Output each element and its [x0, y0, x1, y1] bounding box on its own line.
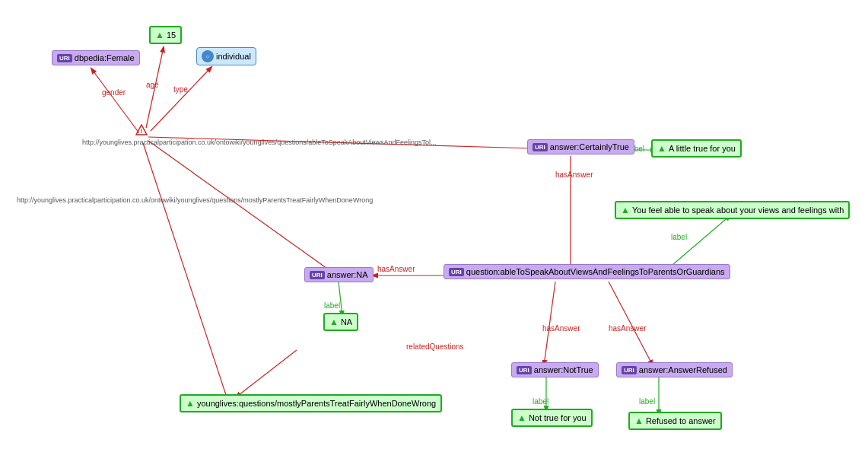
- circle-badge: ○: [202, 50, 214, 62]
- node-you-feel[interactable]: ▲ You feel able to speak about your view…: [615, 201, 850, 219]
- edge-label-hasAnswer4: hasAnswer: [609, 324, 646, 333]
- node-na-label[interactable]: ▲ NA: [323, 313, 358, 331]
- edge-label-hasAnswer1: hasAnswer: [555, 170, 593, 179]
- uri-badge: URI: [57, 54, 72, 62]
- edge-label-relatedQuestions: relatedQuestions: [406, 342, 464, 351]
- node-label: individual: [216, 52, 251, 61]
- triangle-icon: ▲: [657, 143, 666, 154]
- node-mostly-parents[interactable]: ▲ younglives:questions/mostlyParentsTrea…: [180, 394, 442, 412]
- uri-badge: URI: [449, 268, 464, 276]
- edge-label-gender: gender: [102, 88, 126, 97]
- url-label-1: http://younglives.practicalparticipation…: [82, 139, 437, 146]
- triangle-icon: ▲: [329, 317, 339, 327]
- edge-label-type: type: [173, 85, 188, 94]
- node-label: dbpedia:Female: [75, 53, 135, 62]
- edge-label-label5: label: [639, 397, 655, 406]
- node-label: answer:NA: [327, 270, 368, 279]
- node-dbpedia-female[interactable]: URI dbpedia:Female: [52, 50, 140, 65]
- triangle-icon: ▲: [621, 205, 630, 215]
- node-refused-label[interactable]: ▲ Refused to answer: [628, 412, 722, 430]
- svg-marker-16: [136, 125, 147, 135]
- edge-label-label3: label: [324, 301, 340, 310]
- node-label: NA: [341, 317, 352, 326]
- svg-text:I: I: [141, 127, 143, 135]
- triangle-icon: ▲: [186, 398, 195, 409]
- node-label: answer:AnswerRefused: [639, 365, 727, 374]
- edge-label-hasAnswer2: hasAnswer: [377, 265, 415, 273]
- uri-badge: URI: [310, 271, 325, 279]
- node-answer-not-true[interactable]: URI answer:NotTrue: [511, 362, 599, 377]
- svg-line-12: [609, 282, 653, 365]
- svg-line-11: [544, 282, 555, 365]
- node-label: answer:CertainlyTrue: [550, 142, 629, 151]
- node-label: answer:NotTrue: [534, 365, 593, 374]
- svg-line-15: [236, 350, 297, 397]
- node-label: Refused to answer: [646, 416, 716, 425]
- node-label: Not true for you: [529, 413, 587, 422]
- node-question-able-to-speak[interactable]: URI question:ableToSpeakAboutViewsAndFee…: [444, 264, 730, 279]
- svg-line-5: [143, 143, 228, 402]
- node-label: You feel able to speak about your views …: [632, 205, 844, 215]
- url-label-2: http://younglives.practicalparticipation…: [17, 196, 373, 204]
- svg-line-4: [148, 141, 335, 274]
- node-answer-refused[interactable]: URI answer:AnswerRefused: [616, 362, 733, 377]
- edge-label-hasAnswer3: hasAnswer: [542, 324, 580, 333]
- svg-line-1: [146, 47, 164, 128]
- svg-line-10: [339, 282, 342, 316]
- node-individual[interactable]: ○ individual: [196, 47, 256, 65]
- node-label: A little true for you: [669, 144, 736, 153]
- node-label: question:ableToSpeakAboutViewsAndFeeling…: [466, 267, 725, 276]
- node-answer-certainly-true[interactable]: URI answer:CertainlyTrue: [527, 139, 634, 154]
- uri-badge: URI: [622, 366, 637, 374]
- svg-line-2: [151, 67, 211, 131]
- uri-badge: URI: [517, 366, 532, 374]
- node-I[interactable]: I: [135, 124, 148, 136]
- triangle-icon: ▲: [517, 412, 526, 423]
- node-label: 15: [167, 30, 176, 40]
- node-not-true-label[interactable]: ▲ Not true for you: [511, 409, 593, 427]
- edge-label-age: age: [146, 81, 159, 89]
- triangle-icon: ▲: [155, 30, 164, 40]
- svg-line-0: [91, 68, 139, 133]
- node-a-little-true[interactable]: ▲ A little true for you: [651, 139, 742, 158]
- triangle-icon: ▲: [634, 416, 644, 426]
- edge-label-label2: label: [671, 233, 687, 241]
- node-label: younglives:questions/mostlyParentsTreatF…: [197, 399, 436, 408]
- svg-line-3: [148, 137, 533, 148]
- node-answer-na[interactable]: URI answer:NA: [304, 267, 374, 282]
- edge-label-label4: label: [533, 397, 548, 406]
- node-age15[interactable]: ▲ 15: [149, 26, 182, 44]
- uri-badge: URI: [533, 143, 548, 151]
